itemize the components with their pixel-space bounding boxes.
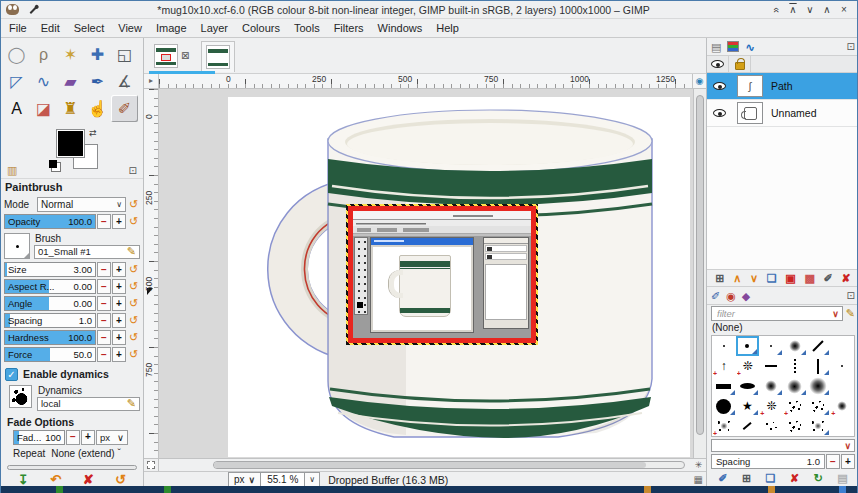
shade-button[interactable]: ∧ — [786, 3, 800, 17]
tool-gradient[interactable]: ▰ — [57, 68, 84, 95]
lower-path-button[interactable]: ∨ — [750, 272, 758, 285]
delete-path-button[interactable]: ✘ — [841, 272, 850, 285]
brush-thumbnail[interactable] — [4, 233, 30, 259]
tool-text[interactable]: A — [3, 95, 30, 122]
tool-measure[interactable]: ∡ — [111, 68, 138, 95]
new-brush-button[interactable]: ⊞ — [742, 472, 751, 485]
brush-item-barh[interactable] — [712, 376, 736, 396]
brush-item-grunge[interactable] — [712, 416, 736, 436]
status-grid-icon[interactable]: ▦ — [694, 474, 703, 485]
vertical-scrollbar-thumb[interactable] — [696, 95, 704, 435]
menu-file[interactable]: File — [9, 22, 27, 34]
dynamics-select[interactable]: local ✎ — [37, 397, 140, 411]
minimize-button[interactable]: ∨ — [803, 3, 817, 17]
edit-dynamics-icon[interactable]: ✎ — [127, 397, 136, 410]
gradients-tab-icon[interactable]: ◆ — [742, 289, 750, 303]
tool-options-scrollbar[interactable] — [7, 465, 137, 470]
tool-paths[interactable]: ✒ — [84, 68, 111, 95]
spacing-increment-button[interactable]: + — [841, 454, 855, 469]
brush-item-blank[interactable] — [830, 376, 854, 396]
tool-move[interactable]: ✚ — [84, 41, 111, 68]
vertical-ruler[interactable]: 0250500750 — [144, 89, 159, 458]
layers-tab-icon[interactable]: ▤ — [711, 40, 721, 54]
tool-eraser[interactable]: ◪ — [30, 95, 57, 122]
brush-item-diag2[interactable] — [736, 416, 760, 436]
delete-tool-preset-button[interactable]: ✘ — [83, 472, 94, 487]
zoom-follow-window-button[interactable]: ◉ — [692, 74, 706, 88]
brush-item-grunge[interactable] — [807, 416, 831, 436]
size-slider[interactable]: Size3.00 — [4, 262, 96, 277]
brush-item-speckle[interactable] — [783, 396, 807, 416]
aspect-r-reset-icon[interactable]: ↺ — [127, 280, 140, 293]
menu-colours[interactable]: Colours — [242, 22, 280, 34]
foreground-color-swatch[interactable] — [57, 130, 84, 157]
brush-item-speckle[interactable] — [807, 396, 831, 416]
configure-tab-button[interactable]: ⊡ — [847, 290, 855, 301]
tool-smudge[interactable]: ☝ — [84, 95, 111, 122]
quick-mask-toggle[interactable] — [144, 459, 159, 471]
size-increment-button[interactable]: + — [112, 262, 126, 277]
maximize-button[interactable]: ∧ — [820, 3, 834, 17]
brush-preset-select[interactable]: ∨ — [711, 439, 855, 452]
spacing-decrement-button[interactable]: − — [826, 454, 840, 469]
brush-item-soft[interactable] — [759, 376, 783, 396]
reset-mode-icon[interactable]: ↺ — [127, 198, 140, 211]
brush-item-dot[interactable] — [712, 336, 736, 356]
refresh-brushes-button[interactable]: ↻ — [814, 472, 823, 485]
brush-item-ellipseh[interactable] — [736, 376, 760, 396]
path-to-selection-button[interactable]: ▣ — [785, 272, 795, 285]
brushes-tab-icon[interactable]: ✐ — [711, 289, 720, 303]
menu-edit[interactable]: Edit — [41, 22, 60, 34]
brush-item-linev[interactable] — [807, 356, 831, 376]
hardness-slider[interactable]: Hardness100.0 — [4, 330, 96, 345]
brush-item-dot[interactable] — [736, 336, 760, 356]
brush-item-sparse[interactable] — [759, 416, 783, 436]
configure-tab-button[interactable]: ⊡ — [847, 41, 855, 52]
close-button[interactable]: × — [837, 3, 851, 17]
brush-filter-input[interactable] — [715, 307, 832, 320]
zoom-dropdown-button[interactable]: ∨ — [305, 472, 320, 487]
spacing-increment-button[interactable]: + — [112, 313, 126, 328]
force-slider[interactable]: Force50.0 — [4, 347, 96, 362]
image-tab-2[interactable] — [201, 41, 235, 72]
unit-select[interactable]: px ∨ — [228, 472, 261, 487]
restore-tool-preset-button[interactable]: ↶ — [50, 472, 61, 487]
angle-decrement-button[interactable]: − — [97, 296, 111, 311]
menu-select[interactable]: Select — [74, 22, 105, 34]
zoom-level-field[interactable]: 55.1 % — [261, 472, 305, 487]
brush-item-blank[interactable] — [830, 416, 854, 436]
fade-increment-button[interactable]: + — [81, 430, 95, 445]
channels-tab-icon[interactable] — [727, 41, 739, 52]
image-tab-active[interactable]: ⊠ — [150, 40, 193, 71]
fade-decrement-button[interactable]: − — [66, 430, 80, 445]
duplicate-brush-button[interactable]: ❏ — [766, 472, 776, 485]
hardness-decrement-button[interactable]: − — [97, 330, 111, 345]
horizontal-ruler[interactable]: 025050075010001250 — [159, 74, 692, 88]
save-tool-preset-button[interactable]: ↧ — [18, 472, 29, 487]
repeat-select[interactable]: None (extend) ˇ — [51, 448, 121, 459]
new-path-button[interactable]: ⊞ — [715, 272, 724, 285]
opacity-reset-icon[interactable]: ↺ — [127, 215, 140, 228]
horizontal-scrollbar[interactable] — [213, 461, 685, 469]
spacing-reset-icon[interactable]: ↺ — [127, 314, 140, 327]
hardness-reset-icon[interactable]: ↺ — [127, 331, 140, 344]
brush-item-dot[interactable] — [759, 336, 783, 356]
brush-item-arrow[interactable]: ↑ — [712, 356, 736, 376]
menu-image[interactable]: Image — [156, 22, 187, 34]
tool-fuzzy-select[interactable]: ✶ — [57, 41, 84, 68]
tool-clone[interactable]: ♜ — [57, 95, 84, 122]
force-reset-icon[interactable]: ↺ — [127, 348, 140, 361]
patterns-tab-icon[interactable]: ◉ — [726, 289, 736, 303]
brush-item-diag[interactable] — [807, 336, 831, 356]
path-row[interactable]: Unnamed — [707, 100, 858, 127]
menu-windows[interactable]: Windows — [378, 22, 423, 34]
opacity-decrement-button[interactable]: − — [97, 214, 111, 229]
edit-brush-icon[interactable]: ✎ — [127, 245, 136, 258]
aspect-r-slider[interactable]: Aspect R...0.00 — [4, 279, 96, 294]
tool-paintbrush[interactable]: ✐ — [111, 95, 138, 122]
default-colors-icon[interactable] — [49, 160, 57, 168]
brush-item-dotsv[interactable] — [783, 356, 807, 376]
fade-length-slider[interactable]: Fad... 100 — [13, 430, 65, 445]
opacity-slider[interactable]: Opacity100.0 — [4, 214, 96, 229]
enable-dynamics-checkbox[interactable]: ✓ — [5, 368, 18, 381]
